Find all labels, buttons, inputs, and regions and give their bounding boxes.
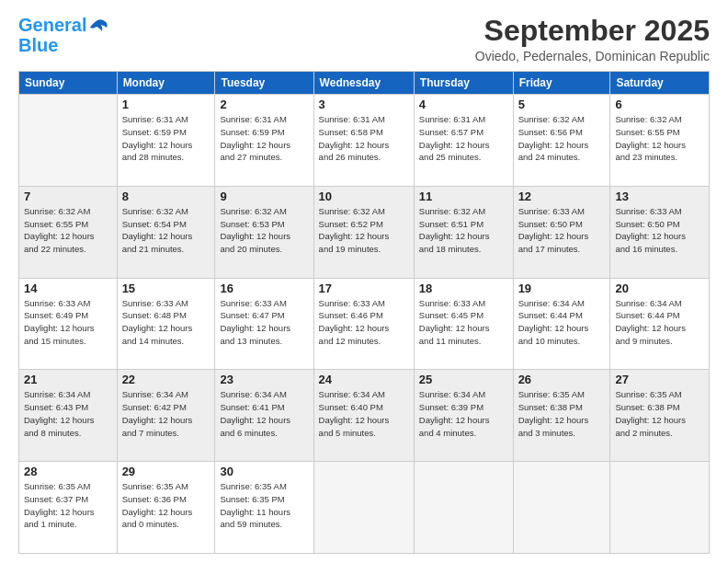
calendar-cell: 25Sunrise: 6:34 AMSunset: 6:39 PMDayligh… — [414, 370, 513, 462]
day-info: Sunrise: 6:33 AMSunset: 6:48 PMDaylight:… — [122, 297, 210, 348]
day-info: Sunrise: 6:31 AMSunset: 6:59 PMDaylight:… — [122, 113, 210, 164]
calendar-cell: 24Sunrise: 6:34 AMSunset: 6:40 PMDayligh… — [313, 370, 414, 462]
calendar-cell: 14Sunrise: 6:33 AMSunset: 6:49 PMDayligh… — [19, 278, 118, 370]
calendar-cell: 16Sunrise: 6:33 AMSunset: 6:47 PMDayligh… — [215, 278, 313, 370]
calendar-cell — [313, 462, 414, 554]
day-number: 23 — [220, 373, 308, 386]
day-number: 5 — [518, 98, 606, 111]
day-info: Sunrise: 6:32 AMSunset: 6:53 PMDaylight:… — [220, 205, 308, 256]
day-info: Sunrise: 6:31 AMSunset: 6:57 PMDaylight:… — [419, 113, 508, 164]
calendar-cell: 19Sunrise: 6:34 AMSunset: 6:44 PMDayligh… — [513, 278, 610, 370]
calendar-cell: 28Sunrise: 6:35 AMSunset: 6:37 PMDayligh… — [19, 462, 118, 554]
day-number: 30 — [220, 465, 308, 478]
day-info: Sunrise: 6:34 AMSunset: 6:44 PMDaylight:… — [518, 297, 606, 348]
week-row: 21Sunrise: 6:34 AMSunset: 6:43 PMDayligh… — [19, 370, 710, 462]
day-info: Sunrise: 6:34 AMSunset: 6:43 PMDaylight:… — [24, 388, 112, 439]
day-number: 11 — [419, 190, 508, 203]
calendar-table: Sunday Monday Tuesday Wednesday Thursday… — [18, 71, 710, 554]
page: General Blue September 2025 Oviedo, Pede… — [0, 0, 728, 563]
day-info: Sunrise: 6:35 AMSunset: 6:38 PMDaylight:… — [518, 388, 606, 439]
day-info: Sunrise: 6:32 AMSunset: 6:55 PMDaylight:… — [615, 113, 704, 164]
day-info: Sunrise: 6:35 AMSunset: 6:37 PMDaylight:… — [24, 480, 112, 531]
day-number: 3 — [319, 98, 409, 111]
week-row: 7Sunrise: 6:32 AMSunset: 6:55 PMDaylight… — [19, 186, 710, 278]
calendar-cell — [414, 462, 513, 554]
day-info: Sunrise: 6:32 AMSunset: 6:54 PMDaylight:… — [122, 205, 210, 256]
day-info: Sunrise: 6:33 AMSunset: 6:49 PMDaylight:… — [24, 297, 112, 348]
col-saturday: Saturday — [610, 72, 710, 95]
day-info: Sunrise: 6:31 AMSunset: 6:59 PMDaylight:… — [220, 113, 308, 164]
col-thursday: Thursday — [414, 72, 513, 95]
calendar-cell: 17Sunrise: 6:33 AMSunset: 6:46 PMDayligh… — [313, 278, 414, 370]
day-number: 24 — [319, 373, 409, 386]
calendar-cell — [610, 462, 710, 554]
calendar-cell — [513, 462, 610, 554]
day-info: Sunrise: 6:33 AMSunset: 6:45 PMDaylight:… — [419, 297, 508, 348]
day-number: 4 — [419, 98, 508, 111]
day-number: 17 — [319, 282, 409, 295]
day-number: 28 — [24, 465, 112, 478]
day-info: Sunrise: 6:34 AMSunset: 6:44 PMDaylight:… — [615, 297, 704, 348]
day-number: 2 — [220, 98, 308, 111]
title-block: September 2025 Oviedo, Pedernales, Domin… — [475, 15, 710, 63]
calendar-cell: 26Sunrise: 6:35 AMSunset: 6:38 PMDayligh… — [513, 370, 610, 462]
day-number: 21 — [24, 373, 112, 386]
day-info: Sunrise: 6:33 AMSunset: 6:47 PMDaylight:… — [220, 297, 308, 348]
calendar-cell: 6Sunrise: 6:32 AMSunset: 6:55 PMDaylight… — [610, 95, 710, 187]
col-friday: Friday — [513, 72, 610, 95]
day-number: 1 — [122, 98, 210, 111]
calendar-cell: 20Sunrise: 6:34 AMSunset: 6:44 PMDayligh… — [610, 278, 710, 370]
day-info: Sunrise: 6:32 AMSunset: 6:55 PMDaylight:… — [24, 205, 112, 256]
calendar-cell: 15Sunrise: 6:33 AMSunset: 6:48 PMDayligh… — [117, 278, 215, 370]
day-number: 10 — [319, 190, 409, 203]
day-number: 27 — [615, 373, 704, 386]
col-sunday: Sunday — [19, 72, 118, 95]
day-number: 12 — [518, 190, 606, 203]
day-number: 13 — [615, 190, 704, 203]
calendar-cell: 2Sunrise: 6:31 AMSunset: 6:59 PMDaylight… — [215, 95, 313, 187]
logo: General Blue — [18, 15, 108, 55]
calendar-cell: 9Sunrise: 6:32 AMSunset: 6:53 PMDaylight… — [215, 186, 313, 278]
day-info: Sunrise: 6:32 AMSunset: 6:51 PMDaylight:… — [419, 205, 508, 256]
day-number: 20 — [615, 282, 704, 295]
calendar-header-row: Sunday Monday Tuesday Wednesday Thursday… — [19, 72, 710, 95]
day-info: Sunrise: 6:34 AMSunset: 6:41 PMDaylight:… — [220, 388, 308, 439]
calendar-cell: 3Sunrise: 6:31 AMSunset: 6:58 PMDaylight… — [313, 95, 414, 187]
calendar-cell: 10Sunrise: 6:32 AMSunset: 6:52 PMDayligh… — [313, 186, 414, 278]
calendar-cell: 4Sunrise: 6:31 AMSunset: 6:57 PMDaylight… — [414, 95, 513, 187]
week-row: 14Sunrise: 6:33 AMSunset: 6:49 PMDayligh… — [19, 278, 710, 370]
calendar-cell: 8Sunrise: 6:32 AMSunset: 6:54 PMDaylight… — [117, 186, 215, 278]
day-number: 15 — [122, 282, 210, 295]
day-number: 19 — [518, 282, 606, 295]
logo-blue: Blue — [18, 35, 58, 55]
day-number: 25 — [419, 373, 508, 386]
calendar-cell: 11Sunrise: 6:32 AMSunset: 6:51 PMDayligh… — [414, 186, 513, 278]
calendar-cell: 18Sunrise: 6:33 AMSunset: 6:45 PMDayligh… — [414, 278, 513, 370]
day-info: Sunrise: 6:35 AMSunset: 6:38 PMDaylight:… — [615, 388, 704, 439]
logo-text: General Blue — [18, 15, 86, 55]
day-info: Sunrise: 6:33 AMSunset: 6:50 PMDaylight:… — [518, 205, 606, 256]
calendar-cell: 5Sunrise: 6:32 AMSunset: 6:56 PMDaylight… — [513, 95, 610, 187]
day-number: 29 — [122, 465, 210, 478]
calendar-cell — [19, 95, 118, 187]
day-number: 6 — [615, 98, 704, 111]
day-number: 14 — [24, 282, 112, 295]
week-row: 28Sunrise: 6:35 AMSunset: 6:37 PMDayligh… — [19, 462, 710, 554]
calendar-cell: 29Sunrise: 6:35 AMSunset: 6:36 PMDayligh… — [117, 462, 215, 554]
day-number: 16 — [220, 282, 308, 295]
day-info: Sunrise: 6:33 AMSunset: 6:50 PMDaylight:… — [615, 205, 704, 256]
day-info: Sunrise: 6:35 AMSunset: 6:35 PMDaylight:… — [220, 480, 308, 531]
day-number: 9 — [220, 190, 308, 203]
calendar-cell: 30Sunrise: 6:35 AMSunset: 6:35 PMDayligh… — [215, 462, 313, 554]
day-info: Sunrise: 6:32 AMSunset: 6:56 PMDaylight:… — [518, 113, 606, 164]
logo-general: General — [18, 15, 86, 35]
day-number: 8 — [122, 190, 210, 203]
col-tuesday: Tuesday — [215, 72, 313, 95]
day-info: Sunrise: 6:33 AMSunset: 6:46 PMDaylight:… — [319, 297, 409, 348]
day-number: 18 — [419, 282, 508, 295]
day-number: 26 — [518, 373, 606, 386]
day-info: Sunrise: 6:35 AMSunset: 6:36 PMDaylight:… — [122, 480, 210, 531]
day-info: Sunrise: 6:34 AMSunset: 6:40 PMDaylight:… — [319, 388, 409, 439]
col-wednesday: Wednesday — [313, 72, 414, 95]
day-info: Sunrise: 6:31 AMSunset: 6:58 PMDaylight:… — [319, 113, 409, 164]
